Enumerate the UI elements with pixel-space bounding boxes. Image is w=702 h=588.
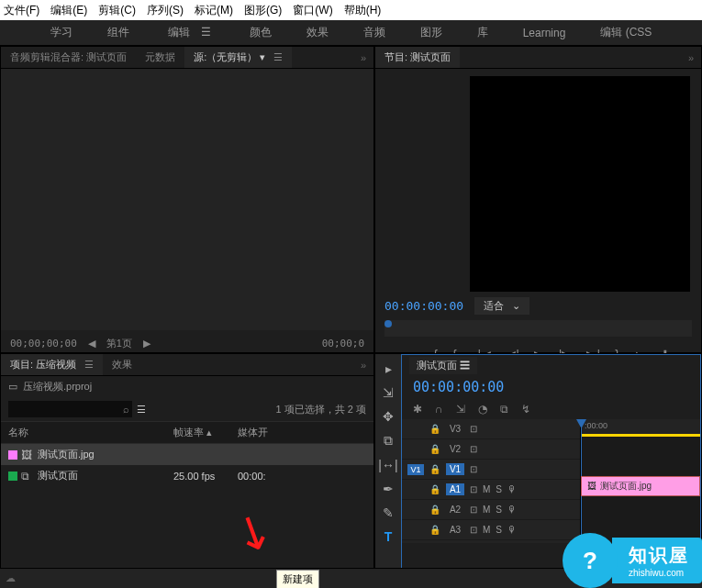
menu-icon[interactable]: ☰ bbox=[84, 359, 94, 370]
lock-icon[interactable]: 🔒 bbox=[429, 525, 440, 535]
col-name[interactable]: 名称 bbox=[8, 426, 173, 439]
page-prev-icon[interactable]: ◀ bbox=[88, 338, 95, 349]
tab-project[interactable]: 项目: 压缩视频 ☰ bbox=[1, 354, 103, 375]
clip-item[interactable]: 🖼测试页面.jpg bbox=[581, 476, 700, 496]
lock-icon[interactable]: 🔒 bbox=[429, 505, 440, 515]
wrench-icon[interactable]: ↯ bbox=[521, 403, 530, 416]
timeline-tc[interactable]: 00:00:00:00 bbox=[413, 379, 504, 395]
zoom-fit[interactable]: 适合 ⌄ bbox=[474, 297, 529, 315]
menu-clip[interactable]: 剪辑(C) bbox=[98, 3, 136, 18]
mute-button[interactable]: M bbox=[483, 525, 490, 535]
track-v3[interactable]: 🔒V3⊡ bbox=[402, 419, 580, 439]
track-v2[interactable]: 🔒V2⊡ bbox=[402, 439, 580, 460]
ws-learn[interactable]: 学习 bbox=[47, 25, 76, 40]
type-tool-icon[interactable]: T bbox=[384, 529, 393, 544]
col-fps[interactable]: 帧速率 ▴ bbox=[173, 426, 238, 439]
eye-icon[interactable]: ⊡ bbox=[470, 525, 477, 535]
menu-icon[interactable]: ☰ bbox=[460, 360, 470, 371]
ws-learning[interactable]: Learning bbox=[519, 27, 570, 39]
panel-overflow-icon[interactable]: » bbox=[353, 52, 373, 63]
selection-tool-icon[interactable]: ▸ bbox=[385, 361, 392, 376]
menu-window[interactable]: 窗口(W) bbox=[293, 3, 332, 18]
tab-audio-mixer[interactable]: 音频剪辑混合器: 测试页面 bbox=[1, 47, 136, 68]
eye-icon[interactable]: ⊡ bbox=[470, 505, 477, 515]
track-headers: 🔒V3⊡ 🔒V2⊡ V1🔒V1⊡ 🔒A1⊡MS🎙 🔒A2⊡MS🎙 🔒A3⊡MS🎙 bbox=[402, 419, 581, 543]
item-media: 00:00: bbox=[238, 471, 366, 482]
slip-tool-icon[interactable]: |↔| bbox=[378, 458, 397, 472]
track-a2[interactable]: 🔒A2⊡MS🎙 bbox=[402, 500, 580, 520]
menu-edit[interactable]: 编辑(E) bbox=[50, 3, 87, 18]
program-viewer[interactable] bbox=[470, 76, 690, 292]
hand-tool-icon[interactable]: ✎ bbox=[383, 505, 394, 520]
eye-icon[interactable]: ⊡ bbox=[470, 444, 477, 454]
search-input[interactable] bbox=[8, 401, 132, 417]
track-v1[interactable]: V1🔒V1⊡ bbox=[402, 460, 580, 480]
image-icon: 🖼 bbox=[21, 449, 38, 461]
menu-graphics[interactable]: 图形(G) bbox=[244, 3, 282, 18]
source-patch[interactable]: V1 bbox=[407, 464, 424, 475]
solo-button[interactable]: S bbox=[496, 505, 502, 515]
menu-sequence[interactable]: 序列(S) bbox=[147, 3, 184, 18]
track-a3[interactable]: 🔒A3⊡MS🎙 bbox=[402, 520, 580, 540]
lock-icon[interactable]: 🔒 bbox=[429, 484, 440, 494]
work-area-bar[interactable] bbox=[581, 434, 700, 437]
source-tc-in[interactable]: 00;00;00;00 bbox=[10, 338, 77, 349]
timeline-tracks[interactable]: :00:00 🖼测试页面.jpg bbox=[581, 419, 700, 543]
ws-color[interactable]: 颜色 bbox=[246, 25, 275, 40]
ws-assembly[interactable]: 组件 bbox=[104, 25, 133, 40]
pen-tool-icon[interactable]: ✒ bbox=[383, 482, 394, 496]
menu-file[interactable]: 文件(F) bbox=[4, 3, 39, 18]
project-table: 名称 帧速率 ▴ 媒体开 🖼 测试页面.jpg ⧉ 测试页面 25.00 fps… bbox=[1, 421, 373, 486]
insert-remove-icon[interactable]: ⧉ bbox=[500, 403, 508, 416]
tab-program[interactable]: 节目: 测试页面 bbox=[375, 47, 460, 68]
col-media[interactable]: 媒体开 bbox=[238, 426, 366, 439]
playhead-icon[interactable] bbox=[384, 320, 392, 327]
razor-tool-icon[interactable]: ⧉ bbox=[384, 433, 393, 449]
lock-icon[interactable]: 🔒 bbox=[429, 444, 440, 454]
eye-icon[interactable]: ⊡ bbox=[470, 464, 477, 474]
menu-marker[interactable]: 标记(M) bbox=[195, 3, 233, 18]
track-select-tool-icon[interactable]: ⇲ bbox=[383, 385, 394, 400]
source-dropdown-icon[interactable]: ▾ bbox=[260, 51, 265, 62]
item-name: 测试页面.jpg bbox=[38, 448, 173, 461]
timeline-ruler[interactable]: :00:00 bbox=[581, 419, 700, 436]
eye-icon[interactable]: ⊡ bbox=[470, 424, 477, 434]
track-a1[interactable]: 🔒A1⊡MS🎙 bbox=[402, 480, 580, 500]
mic-icon[interactable]: 🎙 bbox=[507, 484, 517, 494]
program-tc[interactable]: 00:00:00:00 bbox=[384, 299, 463, 313]
menu-icon[interactable]: ☰ bbox=[273, 51, 283, 62]
ripple-tool-icon[interactable]: ✥ bbox=[383, 409, 394, 424]
solo-button[interactable]: S bbox=[496, 484, 502, 494]
lock-icon[interactable]: 🔒 bbox=[429, 424, 440, 434]
mic-icon[interactable]: 🎙 bbox=[507, 525, 517, 535]
ws-libraries[interactable]: 库 bbox=[474, 25, 492, 40]
lock-icon[interactable]: 🔒 bbox=[429, 464, 440, 474]
add-marker-icon[interactable]: ⇲ bbox=[456, 403, 465, 416]
eye-icon[interactable]: ⊡ bbox=[470, 484, 477, 494]
tab-effects[interactable]: 效果 bbox=[103, 354, 141, 375]
panel-overflow-icon[interactable]: » bbox=[681, 52, 701, 63]
linked-selection-icon[interactable]: ∩ bbox=[435, 403, 443, 416]
page-next-icon[interactable]: ▶ bbox=[143, 338, 150, 349]
tab-metadata[interactable]: 元数据 bbox=[136, 47, 184, 68]
ws-audio[interactable]: 音频 bbox=[360, 25, 389, 40]
tab-source[interactable]: 源:（无剪辑） ▾ ☰ bbox=[184, 47, 292, 68]
ws-editing[interactable]: 编辑☰ bbox=[161, 25, 218, 40]
ws-editing-css[interactable]: 编辑 (CSS bbox=[596, 25, 655, 40]
panel-overflow-icon[interactable]: » bbox=[353, 360, 373, 371]
ws-graphics[interactable]: 图形 bbox=[417, 25, 446, 40]
tl-settings-icon[interactable]: ◔ bbox=[478, 403, 487, 416]
sequence-tab[interactable]: 测试页面 ☰ bbox=[409, 357, 477, 374]
program-ruler[interactable] bbox=[384, 320, 692, 337]
filter-icon[interactable]: ☰ bbox=[137, 404, 146, 416]
search-icon[interactable]: ⌕ bbox=[123, 404, 129, 415]
snap-icon[interactable]: ✱ bbox=[413, 403, 422, 416]
mute-button[interactable]: M bbox=[483, 484, 490, 494]
mic-icon[interactable]: 🎙 bbox=[507, 505, 517, 515]
mute-button[interactable]: M bbox=[483, 505, 490, 515]
table-row[interactable]: 🖼 测试页面.jpg bbox=[1, 444, 373, 465]
ws-effects[interactable]: 效果 bbox=[303, 25, 332, 40]
menu-help[interactable]: 帮助(H) bbox=[344, 3, 382, 18]
solo-button[interactable]: S bbox=[496, 525, 502, 535]
table-row[interactable]: ⧉ 测试页面 25.00 fps 00:00: bbox=[1, 465, 373, 486]
